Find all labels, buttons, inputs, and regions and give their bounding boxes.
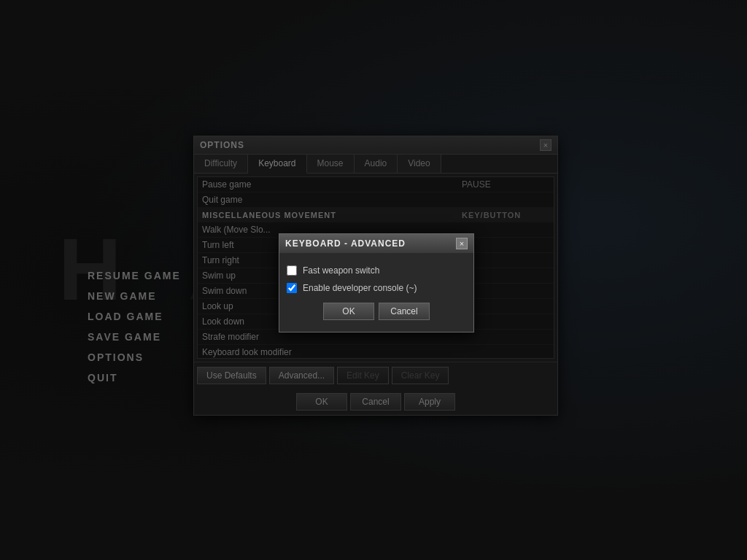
action-label: Quit game [202,195,462,205]
section-label: MISCELLANEOUS MOVEMENT [202,211,462,219]
table-row[interactable]: Quit game [198,192,554,208]
advanced-body: Fast weapon switch Enable developer cons… [279,253,473,332]
fast-weapon-checkbox[interactable] [287,265,297,276]
key-label [462,286,549,296]
side-menu: RESUME GAME NEW GAME LOAD GAME SAVE GAME… [88,270,181,384]
key-label [462,271,549,281]
section-key-label: KEY/BUTTON [462,211,549,219]
apply-button[interactable]: Apply [404,393,455,411]
key-label [462,255,549,265]
dev-console-row: Enable developer console (~) [287,279,466,297]
action-label: Keyboard look modifier [202,347,462,357]
cancel-button[interactable]: Cancel [350,393,401,411]
fast-weapon-row: Fast weapon switch [287,262,466,279]
key-label [462,332,549,342]
clear-key-button[interactable]: Clear Key [392,367,449,384]
menu-item-resume[interactable]: RESUME GAME [88,270,181,281]
menu-item-quit[interactable]: QUIT [88,372,181,384]
ok-button[interactable]: OK [296,393,347,411]
tab-video[interactable]: Video [398,155,441,173]
advanced-titlebar: KEYBOARD - ADVANCED × [279,234,473,253]
dev-console-checkbox[interactable] [287,283,297,293]
key-label [462,225,549,235]
tab-mouse[interactable]: Mouse [307,155,355,173]
advanced-close-button[interactable]: × [456,238,468,249]
fast-weapon-label: Fast weapon switch [303,265,379,276]
key-label [462,347,549,357]
advanced-dialog: KEYBOARD - ADVANCED × Fast weapon switch… [279,233,474,332]
action-label: Pause game [202,179,462,190]
edit-key-button[interactable]: Edit Key [337,367,389,384]
options-tabs: Difficulty Keyboard Mouse Audio Video [194,155,557,174]
advanced-cancel-button[interactable]: Cancel [379,303,430,320]
table-row[interactable]: Pause game PAUSE [198,177,554,192]
key-label [462,240,549,250]
advanced-title: KEYBOARD - ADVANCED [285,238,406,249]
menu-item-options[interactable]: OPTIONS [88,351,181,363]
key-label: PAUSE [462,179,549,190]
section-header-misc: MISCELLANEOUS MOVEMENT KEY/BUTTON [198,208,554,222]
menu-item-save-game[interactable]: SAVE GAME [88,331,181,343]
bottom-main-row: OK Cancel Apply [194,389,557,415]
options-titlebar: OPTIONS × [194,136,557,155]
table-row[interactable]: Keyboard look modifier [198,345,554,359]
tab-keyboard[interactable]: Keyboard [248,155,306,174]
key-label [462,316,549,327]
menu-item-load-game[interactable]: LOAD GAME [88,311,181,322]
menu-item-new-game[interactable]: NEW GAME [88,290,181,302]
options-title: OPTIONS [200,140,244,150]
key-label [462,301,549,311]
advanced-button[interactable]: Advanced... [269,367,334,384]
advanced-ok-button[interactable]: OK [323,303,374,320]
action-label: Strafe modifier [202,332,462,342]
tab-audio[interactable]: Audio [355,155,398,173]
bottom-actions-row: Use Defaults Advanced... Edit Key Clear … [194,362,557,389]
use-defaults-button[interactable]: Use Defaults [197,367,266,384]
advanced-buttons-row: OK Cancel [287,297,466,323]
tab-difficulty[interactable]: Difficulty [194,155,248,173]
options-close-button[interactable]: × [540,139,551,151]
dev-console-label: Enable developer console (~) [303,283,417,293]
key-label [462,195,549,205]
